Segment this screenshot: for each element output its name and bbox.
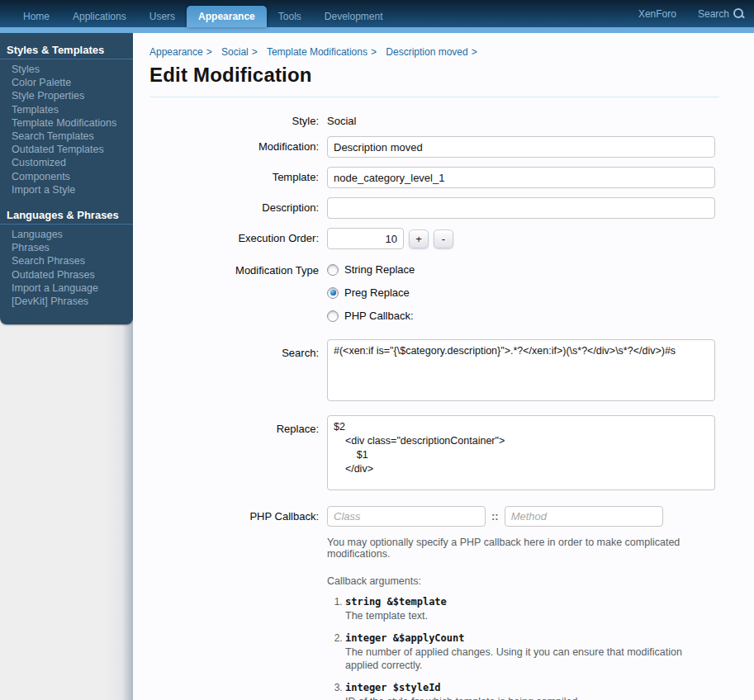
callback-argument-item: integer $styleId ID of the style for whi…: [345, 682, 715, 700]
description-input[interactable]: [327, 197, 715, 219]
sidebar-group-title: Styles & Templates: [0, 44, 133, 59]
argument-description: The number of applied changes. Using it …: [345, 646, 715, 672]
modification-type-label: Modification Type: [149, 263, 327, 322]
navbar-accent-strip: [0, 27, 754, 33]
php-callback-label: PHP Callback:: [149, 506, 327, 700]
decrement-button[interactable]: -: [434, 229, 453, 248]
sidebar-item-outdated-templates[interactable]: Outdated Templates: [0, 143, 133, 156]
style-value: Social: [327, 111, 715, 127]
radio-string-replace[interactable]: String Replace: [327, 263, 715, 276]
breadcrumb-link-description-moved[interactable]: Description moved: [386, 46, 467, 58]
breadcrumb-separator: >: [206, 46, 212, 58]
search-button[interactable]: Search: [698, 8, 744, 20]
radio-label: String Replace: [344, 263, 415, 276]
breadcrumb-link-appearance[interactable]: Appearance: [149, 46, 203, 58]
modification-row: Modification:: [149, 136, 719, 158]
sidebar-item-outdated-phrases[interactable]: Outdated Phrases: [0, 268, 133, 281]
search-textarea[interactable]: #(<xen:if is="{\$category.description}">…: [327, 339, 715, 401]
top-navbar: Home Applications Users Appearance Tools…: [0, 0, 754, 27]
argument-description: The template text.: [345, 609, 715, 622]
execution-order-input[interactable]: [327, 228, 404, 249]
main-content: Appearance> Social> Template Modificatio…: [133, 33, 754, 700]
style-label: Style:: [149, 111, 327, 127]
nav-tab-home[interactable]: Home: [12, 6, 61, 27]
title-divider: [149, 97, 719, 97]
breadcrumb-link-template-modifications[interactable]: Template Modifications: [267, 46, 368, 58]
nav-tab-appearance[interactable]: Appearance: [187, 6, 267, 27]
modification-input[interactable]: [327, 136, 715, 158]
sidebar-group-styles-templates: Styles & Templates Styles Color Palette …: [0, 44, 133, 196]
radio-php-callback[interactable]: PHP Callback:: [327, 310, 715, 322]
sidebar-group-languages-phrases: Languages & Phrases Languages Phrases Se…: [0, 209, 133, 308]
argument-description: ID of the style for which template is be…: [345, 695, 715, 700]
sidebar-item-devkit-phrases[interactable]: [DevKit] Phrases: [0, 295, 133, 308]
sidebar-item-customized-components[interactable]: Customized Components: [0, 156, 133, 182]
replace-textarea[interactable]: $2 <div class="descriptionContainer"> $1…: [327, 415, 715, 490]
sidebar-item-phrases[interactable]: Phrases: [0, 241, 133, 254]
callback-hint: You may optionally specify a PHP callbac…: [327, 537, 715, 560]
sidebar-item-templates[interactable]: Templates: [0, 103, 133, 116]
magnifier-icon: [733, 8, 744, 19]
modification-label: Modification:: [149, 136, 327, 158]
search-label: Search:: [149, 339, 327, 404]
radio-icon: [327, 310, 339, 322]
navbar-right: XenForo Search: [638, 0, 744, 27]
breadcrumb: Appearance> Social> Template Modificatio…: [149, 46, 719, 58]
style-row: Style: Social: [149, 111, 719, 127]
sidebar-item-color-palette[interactable]: Color Palette: [0, 76, 133, 89]
sidebar-group-title: Languages & Phrases: [0, 209, 133, 225]
sidebar-item-search-phrases[interactable]: Search Phrases: [0, 254, 133, 267]
argument-code: integer $styleId: [345, 682, 715, 693]
callback-class-input[interactable]: [327, 506, 486, 527]
template-input[interactable]: [327, 167, 715, 188]
page-title: Edit Modification: [149, 64, 719, 87]
sidebar-item-styles[interactable]: Styles: [0, 63, 133, 76]
argument-code: integer &$applyCount: [345, 632, 715, 644]
modification-type-row: Modification Type String Replace Preg Re…: [149, 263, 719, 322]
callback-arguments-title: Callback arguments:: [327, 575, 715, 587]
replace-label: Replace:: [149, 415, 327, 497]
breadcrumb-separator: >: [472, 46, 477, 58]
increment-button[interactable]: +: [409, 229, 429, 248]
template-label: Template:: [149, 167, 327, 188]
radio-preg-replace[interactable]: Preg Replace: [327, 286, 715, 299]
sidebar-panel: Styles & Templates Styles Color Palette …: [0, 33, 133, 324]
sidebar-item-template-modifications[interactable]: Template Modifications: [0, 116, 133, 130]
sidebar-item-import-a-language[interactable]: Import a Language: [0, 281, 133, 295]
callback-argument-item: string &$template The template text.: [345, 596, 715, 622]
breadcrumb-link-social[interactable]: Social: [221, 46, 249, 58]
execution-order-row: Execution Order: + -: [149, 228, 719, 249]
breadcrumb-separator: >: [371, 46, 377, 58]
callback-separator: ::: [491, 510, 499, 523]
search-row: Search: #(<xen:if is="{\$category.descri…: [149, 339, 719, 404]
radio-icon: [327, 264, 339, 276]
nav-tab-users[interactable]: Users: [138, 6, 187, 27]
callback-method-input[interactable]: [505, 506, 663, 527]
nav-tab-development[interactable]: Development: [313, 6, 395, 27]
breadcrumb-separator: >: [252, 46, 258, 58]
nav-tab-tools[interactable]: Tools: [267, 6, 313, 27]
radio-label: PHP Callback:: [344, 310, 414, 322]
description-label: Description:: [149, 197, 327, 219]
argument-code: string &$template: [345, 596, 715, 608]
description-row: Description:: [149, 197, 719, 219]
left-column: Styles & Templates Styles Color Palette …: [0, 33, 133, 700]
sidebar-item-import-a-style[interactable]: Import a Style: [0, 183, 133, 196]
sidebar-item-search-templates[interactable]: Search Templates: [0, 130, 133, 143]
nav-tab-applications[interactable]: Applications: [61, 6, 138, 27]
execution-order-label: Execution Order:: [149, 228, 327, 249]
php-callback-row: PHP Callback: :: You may optionally spec…: [149, 506, 719, 700]
callback-argument-item: integer &$applyCount The number of appli…: [345, 632, 715, 672]
nav-tabs: Home Applications Users Appearance Tools…: [12, 0, 395, 27]
sidebar-item-style-properties[interactable]: Style Properties: [0, 89, 133, 102]
brand-link[interactable]: XenForo: [638, 8, 676, 20]
radio-icon-checked: [327, 287, 339, 299]
replace-row: Replace: $2 <div class="descriptionConta…: [149, 415, 719, 497]
search-label: Search: [698, 8, 729, 20]
sidebar-item-languages[interactable]: Languages: [0, 228, 133, 241]
radio-label: Preg Replace: [344, 286, 410, 299]
callback-arguments-list: string &$template The template text. int…: [327, 596, 715, 700]
template-row: Template:: [149, 167, 719, 188]
